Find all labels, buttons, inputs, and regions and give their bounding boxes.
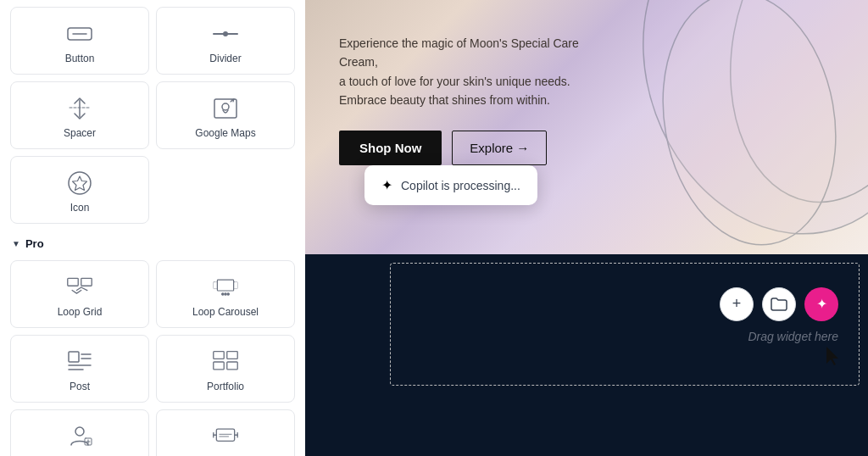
- widget-label-loop-carousel: Loop Carousel: [192, 306, 259, 318]
- widget-card-divider[interactable]: Divider: [156, 7, 295, 75]
- hero-decoration: [597, 0, 868, 254]
- widget-label-portfolio: Portfolio: [207, 381, 244, 392]
- svg-rect-11: [81, 278, 92, 286]
- slide-icon: [212, 423, 239, 450]
- widget-card-portfolio[interactable]: Portfolio: [156, 335, 295, 403]
- svg-point-3: [223, 31, 228, 36]
- svg-rect-23: [214, 352, 224, 359]
- svg-rect-26: [227, 362, 237, 370]
- pro-chevron-icon: ▼: [12, 239, 20, 248]
- svg-point-7: [222, 103, 229, 110]
- widget-card-spacer[interactable]: Spacer: [10, 81, 149, 149]
- svg-point-15: [222, 293, 224, 295]
- post-icon: [66, 348, 93, 375]
- hero-buttons: Shop Now Explore →: [339, 131, 610, 165]
- divider-icon: [212, 20, 239, 47]
- svg-rect-24: [227, 352, 237, 359]
- svg-point-17: [227, 293, 229, 295]
- svg-rect-31: [216, 429, 234, 441]
- drop-zone: + ✦ Drag widget here: [390, 263, 860, 386]
- ai-sparkle-icon: ✦: [816, 296, 827, 312]
- hero-banner: Experience the magic of Moon's Special C…: [305, 0, 868, 254]
- widget-card-loop-carousel[interactable]: Loop Carousel: [156, 260, 295, 328]
- widget-label-google-maps: Google Maps: [195, 127, 255, 139]
- svg-rect-13: [214, 282, 218, 289]
- folder-icon: [771, 298, 787, 311]
- svg-rect-18: [69, 352, 79, 362]
- copilot-icon: ✦: [381, 177, 392, 193]
- drag-label: Drag widget here: [748, 330, 838, 343]
- canvas-area: Experience the magic of Moon's Special C…: [305, 0, 868, 456]
- hero-description: Experience the magic of Moon's Special C…: [339, 34, 610, 110]
- loop-member-icon: [66, 423, 93, 450]
- svg-marker-9: [73, 176, 87, 191]
- widget-card-button[interactable]: Button: [10, 7, 149, 75]
- svg-rect-14: [234, 282, 238, 289]
- widget-card-loop-grid[interactable]: Loop Grid: [10, 260, 149, 328]
- loop-grid-icon: [66, 274, 93, 301]
- pro-section-header[interactable]: ▼ Pro: [0, 231, 305, 253]
- widget-card-post[interactable]: Post: [10, 335, 149, 403]
- copilot-text: Copilot is processing...: [401, 179, 520, 192]
- widget-card-slide[interactable]: Slide: [156, 409, 295, 456]
- svg-point-16: [225, 293, 226, 295]
- shop-now-button[interactable]: Shop Now: [339, 131, 442, 165]
- drop-zone-actions: + ✦: [720, 287, 838, 321]
- plus-icon: +: [732, 295, 742, 313]
- svg-point-27: [75, 427, 84, 436]
- widget-label-post: Post: [70, 381, 90, 392]
- svg-rect-10: [68, 278, 78, 286]
- widget-label-spacer: Spacer: [64, 127, 96, 139]
- sidebar: Button Divider Spacer: [0, 0, 305, 456]
- widget-label-divider: Divider: [209, 53, 241, 64]
- spacer-icon: [66, 95, 93, 122]
- maps-icon: [212, 95, 239, 122]
- folder-button[interactable]: [762, 287, 796, 321]
- ai-button[interactable]: ✦: [804, 287, 838, 321]
- widget-label-button: Button: [65, 53, 95, 64]
- widget-label-icon: Icon: [70, 202, 90, 214]
- svg-rect-12: [217, 280, 233, 291]
- widget-label-loop-grid: Loop Grid: [58, 306, 103, 318]
- loop-carousel-icon: [212, 274, 239, 301]
- widget-grid-pro: Loop Grid Loop Carousel: [0, 253, 305, 456]
- icon-widget-icon: [66, 170, 93, 197]
- explore-button[interactable]: Explore →: [452, 131, 547, 165]
- widget-grid-top: Button Divider Spacer: [0, 0, 305, 231]
- widget-card-google-maps[interactable]: Google Maps: [156, 81, 295, 149]
- svg-point-8: [69, 172, 91, 194]
- svg-rect-25: [214, 362, 224, 370]
- button-icon: [66, 20, 93, 47]
- add-widget-button[interactable]: +: [720, 287, 754, 321]
- widget-card-loop-member[interactable]: Loop Member: [10, 409, 149, 456]
- hero-content: Experience the magic of Moon's Special C…: [339, 34, 610, 165]
- cursor-icon: [821, 345, 847, 370]
- portfolio-icon: [212, 348, 239, 375]
- pro-section-label: Pro: [25, 237, 44, 250]
- copilot-popup: ✦ Copilot is processing...: [364, 165, 537, 205]
- widget-card-icon[interactable]: Icon: [10, 156, 149, 224]
